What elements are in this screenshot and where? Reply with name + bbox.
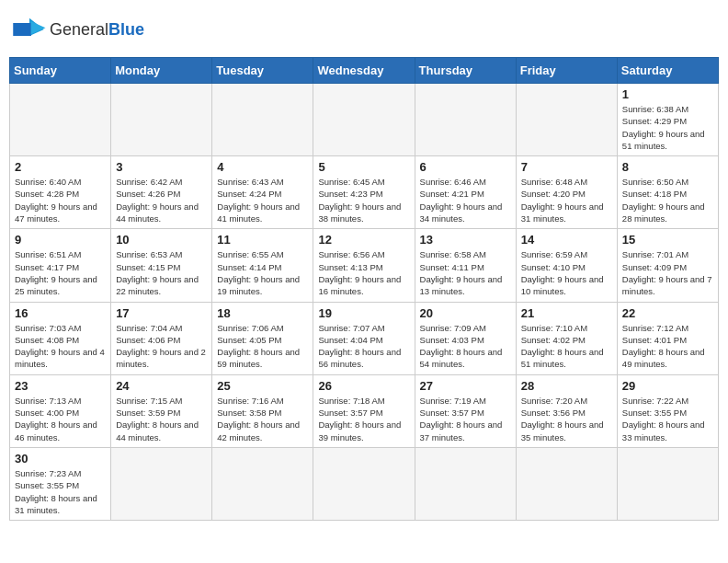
calendar-day-cell bbox=[10, 84, 111, 156]
calendar-day-cell: 2Sunrise: 6:40 AM Sunset: 4:28 PM Daylig… bbox=[10, 156, 111, 229]
calendar-day-cell bbox=[111, 84, 212, 156]
calendar-day-cell bbox=[212, 84, 313, 156]
day-number: 19 bbox=[318, 306, 409, 320]
day-number: 22 bbox=[622, 306, 713, 320]
calendar-day-cell: 18Sunrise: 7:06 AM Sunset: 4:05 PM Dayli… bbox=[212, 302, 313, 374]
calendar-day-cell: 24Sunrise: 7:15 AM Sunset: 3:59 PM Dayli… bbox=[111, 374, 212, 447]
svg-marker-3 bbox=[31, 21, 46, 34]
day-number: 15 bbox=[622, 233, 713, 247]
calendar-day-cell: 20Sunrise: 7:09 AM Sunset: 4:03 PM Dayli… bbox=[415, 302, 516, 374]
day-number: 13 bbox=[420, 233, 511, 247]
calendar-day-cell bbox=[415, 84, 516, 156]
day-number: 25 bbox=[217, 379, 308, 393]
day-info: Sunrise: 7:12 AM Sunset: 4:01 PM Dayligh… bbox=[622, 322, 713, 371]
day-info: Sunrise: 6:53 AM Sunset: 4:15 PM Dayligh… bbox=[116, 248, 207, 297]
day-info: Sunrise: 7:07 AM Sunset: 4:04 PM Dayligh… bbox=[318, 322, 409, 371]
day-info: Sunrise: 7:04 AM Sunset: 4:06 PM Dayligh… bbox=[116, 322, 207, 371]
calendar-day-cell: 29Sunrise: 7:22 AM Sunset: 3:55 PM Dayli… bbox=[617, 374, 718, 447]
day-of-week-header: Saturday bbox=[617, 58, 718, 84]
calendar-week-row: 30Sunrise: 7:23 AM Sunset: 3:55 PM Dayli… bbox=[10, 447, 719, 520]
day-info: Sunrise: 6:48 AM Sunset: 4:20 PM Dayligh… bbox=[521, 176, 612, 224]
day-info: Sunrise: 6:58 AM Sunset: 4:11 PM Dayligh… bbox=[420, 248, 511, 297]
day-info: Sunrise: 7:09 AM Sunset: 4:03 PM Dayligh… bbox=[420, 322, 511, 371]
day-of-week-header: Friday bbox=[516, 58, 617, 84]
calendar-day-cell: 15Sunrise: 7:01 AM Sunset: 4:09 PM Dayli… bbox=[617, 229, 718, 302]
calendar-week-row: 2Sunrise: 6:40 AM Sunset: 4:28 PM Daylig… bbox=[10, 156, 719, 229]
logo-icon bbox=[13, 17, 46, 42]
calendar-day-cell: 5Sunrise: 6:45 AM Sunset: 4:23 PM Daylig… bbox=[313, 156, 415, 229]
day-number: 26 bbox=[318, 379, 409, 393]
svg-rect-2 bbox=[14, 23, 31, 36]
calendar-day-cell: 26Sunrise: 7:18 AM Sunset: 3:57 PM Dayli… bbox=[313, 374, 415, 447]
logo: GeneralBlue bbox=[13, 17, 144, 42]
calendar-day-cell: 10Sunrise: 6:53 AM Sunset: 4:15 PM Dayli… bbox=[111, 229, 212, 302]
day-number: 21 bbox=[521, 306, 612, 320]
day-of-week-header: Wednesday bbox=[313, 58, 415, 84]
day-info: Sunrise: 6:55 AM Sunset: 4:14 PM Dayligh… bbox=[217, 248, 308, 297]
calendar-day-cell: 4Sunrise: 6:43 AM Sunset: 4:24 PM Daylig… bbox=[212, 156, 313, 229]
calendar-day-cell: 19Sunrise: 7:07 AM Sunset: 4:04 PM Dayli… bbox=[313, 302, 415, 374]
day-number: 16 bbox=[15, 306, 106, 320]
day-number: 14 bbox=[521, 233, 612, 247]
day-info: Sunrise: 6:56 AM Sunset: 4:13 PM Dayligh… bbox=[318, 248, 409, 297]
calendar-header-row: SundayMondayTuesdayWednesdayThursdayFrid… bbox=[10, 58, 719, 84]
calendar-day-cell: 3Sunrise: 6:42 AM Sunset: 4:26 PM Daylig… bbox=[111, 156, 212, 229]
day-number: 27 bbox=[420, 379, 511, 393]
calendar-week-row: 9Sunrise: 6:51 AM Sunset: 4:17 PM Daylig… bbox=[10, 229, 719, 302]
calendar-week-row: 23Sunrise: 7:13 AM Sunset: 4:00 PM Dayli… bbox=[10, 374, 719, 447]
day-number: 6 bbox=[420, 160, 511, 174]
day-number: 9 bbox=[15, 233, 106, 247]
day-info: Sunrise: 6:51 AM Sunset: 4:17 PM Dayligh… bbox=[15, 248, 106, 297]
calendar-day-cell: 25Sunrise: 7:16 AM Sunset: 3:58 PM Dayli… bbox=[212, 374, 313, 447]
day-info: Sunrise: 6:43 AM Sunset: 4:24 PM Dayligh… bbox=[217, 176, 308, 224]
calendar-day-cell bbox=[212, 447, 313, 520]
calendar-day-cell: 27Sunrise: 7:19 AM Sunset: 3:57 PM Dayli… bbox=[415, 374, 516, 447]
day-info: Sunrise: 7:19 AM Sunset: 3:57 PM Dayligh… bbox=[420, 395, 511, 443]
calendar-day-cell: 17Sunrise: 7:04 AM Sunset: 4:06 PM Dayli… bbox=[111, 302, 212, 374]
day-number: 23 bbox=[15, 379, 106, 393]
day-number: 12 bbox=[318, 233, 409, 247]
day-info: Sunrise: 7:23 AM Sunset: 3:55 PM Dayligh… bbox=[15, 467, 106, 516]
day-info: Sunrise: 6:59 AM Sunset: 4:10 PM Dayligh… bbox=[521, 248, 612, 297]
day-info: Sunrise: 6:42 AM Sunset: 4:26 PM Dayligh… bbox=[116, 176, 207, 224]
calendar-day-cell bbox=[313, 447, 415, 520]
day-of-week-header: Thursday bbox=[415, 58, 516, 84]
day-number: 4 bbox=[217, 160, 308, 174]
day-info: Sunrise: 6:46 AM Sunset: 4:21 PM Dayligh… bbox=[420, 176, 511, 224]
day-number: 30 bbox=[15, 452, 106, 465]
calendar-day-cell: 6Sunrise: 6:46 AM Sunset: 4:21 PM Daylig… bbox=[415, 156, 516, 229]
day-info: Sunrise: 7:01 AM Sunset: 4:09 PM Dayligh… bbox=[622, 248, 713, 297]
calendar-day-cell: 22Sunrise: 7:12 AM Sunset: 4:01 PM Dayli… bbox=[617, 302, 718, 374]
day-of-week-header: Monday bbox=[111, 58, 212, 84]
day-info: Sunrise: 7:22 AM Sunset: 3:55 PM Dayligh… bbox=[622, 395, 713, 443]
calendar-day-cell: 8Sunrise: 6:50 AM Sunset: 4:18 PM Daylig… bbox=[617, 156, 718, 229]
day-info: Sunrise: 6:45 AM Sunset: 4:23 PM Dayligh… bbox=[318, 176, 409, 224]
day-of-week-header: Tuesday bbox=[212, 58, 313, 84]
calendar-day-cell: 28Sunrise: 7:20 AM Sunset: 3:56 PM Dayli… bbox=[516, 374, 617, 447]
day-info: Sunrise: 7:06 AM Sunset: 4:05 PM Dayligh… bbox=[217, 322, 308, 371]
calendar-day-cell: 1Sunrise: 6:38 AM Sunset: 4:29 PM Daylig… bbox=[617, 84, 718, 156]
day-number: 10 bbox=[116, 233, 207, 247]
day-info: Sunrise: 7:16 AM Sunset: 3:58 PM Dayligh… bbox=[217, 395, 308, 443]
calendar-day-cell: 9Sunrise: 6:51 AM Sunset: 4:17 PM Daylig… bbox=[10, 229, 111, 302]
calendar-day-cell: 23Sunrise: 7:13 AM Sunset: 4:00 PM Dayli… bbox=[10, 374, 111, 447]
day-number: 20 bbox=[420, 306, 511, 320]
calendar-day-cell: 16Sunrise: 7:03 AM Sunset: 4:08 PM Dayli… bbox=[10, 302, 111, 374]
calendar-day-cell bbox=[313, 84, 415, 156]
calendar-day-cell: 21Sunrise: 7:10 AM Sunset: 4:02 PM Dayli… bbox=[516, 302, 617, 374]
day-info: Sunrise: 6:40 AM Sunset: 4:28 PM Dayligh… bbox=[15, 176, 106, 224]
day-info: Sunrise: 7:10 AM Sunset: 4:02 PM Dayligh… bbox=[521, 322, 612, 371]
day-number: 18 bbox=[217, 306, 308, 320]
day-info: Sunrise: 7:13 AM Sunset: 4:00 PM Dayligh… bbox=[15, 395, 106, 443]
header: GeneralBlue bbox=[9, 9, 719, 50]
day-info: Sunrise: 7:18 AM Sunset: 3:57 PM Dayligh… bbox=[318, 395, 409, 443]
calendar-day-cell: 11Sunrise: 6:55 AM Sunset: 4:14 PM Dayli… bbox=[212, 229, 313, 302]
calendar-day-cell: 30Sunrise: 7:23 AM Sunset: 3:55 PM Dayli… bbox=[10, 447, 111, 520]
calendar-day-cell: 13Sunrise: 6:58 AM Sunset: 4:11 PM Dayli… bbox=[415, 229, 516, 302]
day-number: 28 bbox=[521, 379, 612, 393]
calendar-day-cell: 14Sunrise: 6:59 AM Sunset: 4:10 PM Dayli… bbox=[516, 229, 617, 302]
day-number: 29 bbox=[622, 379, 713, 393]
day-number: 3 bbox=[116, 160, 207, 174]
day-of-week-header: Sunday bbox=[10, 58, 111, 84]
day-number: 1 bbox=[622, 87, 713, 101]
